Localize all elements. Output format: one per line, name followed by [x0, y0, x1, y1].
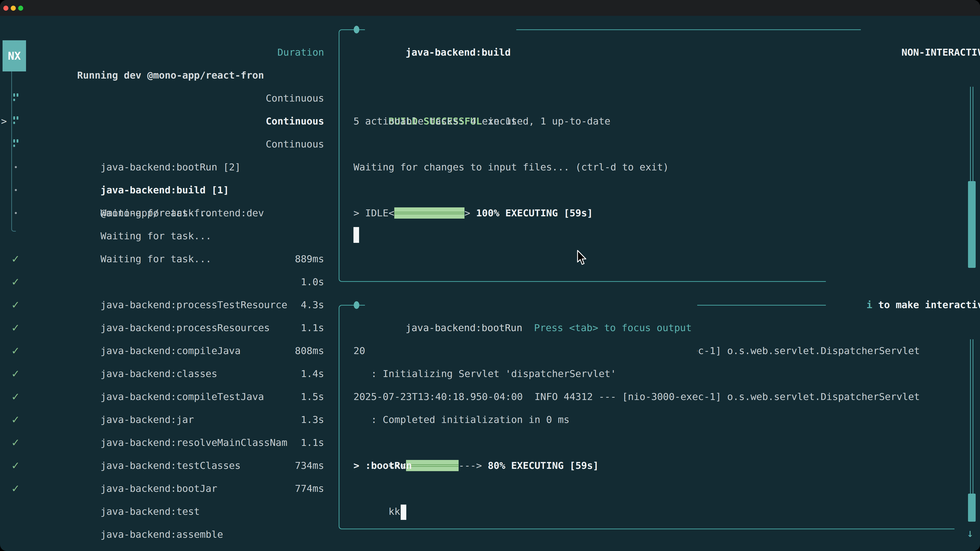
task-status: Continuous: [266, 133, 324, 156]
bootrun-input-line[interactable]: kk: [353, 477, 406, 546]
build-progress-line: <════════════> 100% EXECUTING [59s]: [353, 179, 593, 248]
build-panel-title: java-backend:build: [406, 47, 511, 58]
done-task-row[interactable]: ✓ java-backend:testClasses 1.3s: [0, 408, 324, 431]
spinner-icon: [13, 139, 20, 149]
progress-close: >: [465, 207, 470, 219]
done-task-duration: 1.1s: [301, 316, 324, 339]
task-status: Continuous: [266, 110, 324, 133]
checkmark-icon: ✓: [11, 431, 20, 454]
done-task-duration: 1.3s: [301, 408, 324, 431]
log-line: : Initializing Servlet 'dispatcherServle…: [353, 362, 616, 385]
close-window-icon[interactable]: [3, 6, 8, 11]
pending-dot-icon: [15, 212, 17, 214]
checkmark-icon: ✓: [11, 248, 20, 270]
done-task-duration: 774ms: [295, 477, 324, 500]
done-task-row[interactable]: ✓ java-backend:processTestResource 889ms: [0, 248, 324, 270]
task-status: Continuous: [266, 87, 324, 110]
bootrun-input-text: kk: [388, 506, 400, 517]
focus-output-hint: Press <tab> to focus output: [534, 322, 692, 333]
build-terminal-cursor: [353, 227, 359, 243]
pager: ← 1/2 →: [8, 546, 48, 551]
progress-tail: --->: [458, 460, 482, 471]
bootrun-terminal-cursor: [401, 505, 406, 520]
bootrun-panel-status-dot: [354, 301, 360, 309]
checkmark-icon: ✓: [11, 454, 20, 477]
checkmark-icon: ✓: [11, 293, 20, 316]
build-panel-mode-wrap: NON-INTERACTIVE: [861, 18, 980, 87]
task-row[interactable]: > java-backend:bootRun [2] Continuous: [0, 87, 324, 110]
pending-task-label: Waiting for task...: [59, 224, 212, 248]
terminal-background: NX Running dev @mono-app/react-fron Dura…: [0, 0, 980, 551]
window-titlebar[interactable]: [0, 0, 980, 16]
done-task-duration: 4.3s: [301, 293, 324, 316]
progress-bar-fill: ═════════: [406, 460, 458, 471]
build-tasks-summary: 5 actionable tasks: 4 executed, 1 up-to-…: [353, 110, 611, 133]
minimize-window-icon[interactable]: [11, 6, 16, 11]
bootrun-scroll-track[interactable]: [973, 316, 974, 520]
task-row[interactable]: > @mono-app/react-frontend:dev Continuou…: [0, 133, 324, 156]
non-interactive-badge: NON-INTERACTIVE: [901, 47, 980, 58]
done-task-duration: 1.5s: [301, 385, 324, 408]
bootrun-scroll-down-icon[interactable]: ↓: [967, 522, 974, 545]
checkmark-icon: ✓: [11, 270, 20, 293]
progress-label: 100% EXECUTING [59s]: [470, 207, 593, 219]
done-task-row[interactable]: ✓ java-backend:compileJava 4.3s: [0, 293, 324, 316]
done-task-row[interactable]: ✓ java-backend:jar 1.4s: [0, 362, 324, 385]
checkmark-icon: ✓: [11, 362, 20, 385]
interactive-hint-wrap: i to make interactive: [826, 270, 980, 339]
done-task-duration: 734ms: [295, 454, 324, 477]
log-line: 2025-07-23T13:40:18.950-04:00 INFO 44312…: [353, 385, 920, 408]
checkmark-icon: ✓: [11, 339, 20, 362]
zoom-window-icon[interactable]: [18, 6, 23, 11]
pending-dot-icon: [15, 166, 17, 168]
build-panel-title-wrap: java-backend:build: [365, 18, 516, 87]
bootrun-scroll-track[interactable]: [970, 316, 971, 520]
bootrun-prompt-line: > :bootRun: [353, 454, 412, 477]
done-task-label: java-backend:test: [59, 500, 200, 523]
build-idle-line: > IDLE: [353, 202, 388, 224]
done-task-row[interactable]: ✓ java-backend:processResources 1.0s: [0, 270, 324, 293]
done-task-row[interactable]: ✓ java-backend:resolveMainClassNam 1.5s: [0, 385, 324, 408]
checkmark-icon: ✓: [11, 316, 20, 339]
terminal-window: NX Running dev @mono-app/react-fron Dura…: [0, 0, 980, 551]
done-task-row[interactable]: ✓ java-backend:classes 1.1s: [0, 316, 324, 339]
task-row[interactable]: > java-backend:build [1] Continuous: [0, 110, 324, 133]
done-task-row[interactable]: ✓ java-backend:bootJar 1.1s: [0, 431, 324, 454]
log-line: : Completed initialization in 0 ms: [353, 408, 570, 431]
build-waiting-line: Waiting for changes to input files... (c…: [353, 156, 669, 179]
mouse-cursor-icon: [576, 250, 588, 266]
pending-task-row[interactable]: Waiting for task...: [0, 202, 324, 224]
selected-task-caret: >: [1, 110, 7, 133]
interactive-hint-key: i: [866, 299, 872, 310]
spinner-icon: [13, 116, 20, 127]
progress-bar-fill: ════════════: [394, 207, 465, 219]
done-task-row[interactable]: ✓ java-backend:test 734ms: [0, 454, 324, 477]
running-task-list: > java-backend:bootRun [2] Continuous > …: [0, 87, 324, 156]
bootrun-panel-title-wrap: java-backend:bootRun Press <tab> to focu…: [365, 293, 697, 362]
done-task-duration: 1.4s: [301, 362, 324, 385]
checkmark-icon: ✓: [11, 477, 20, 500]
interactive-hint-text: to make interactive: [872, 299, 980, 310]
done-task-duration: 1.1s: [301, 431, 324, 454]
pending-task-row[interactable]: Waiting for task...: [0, 156, 324, 179]
bootrun-panel-title: java-backend:bootRun: [406, 322, 522, 333]
checkmark-icon: ✓: [11, 385, 20, 408]
pending-dot-icon: [15, 189, 17, 191]
spinner-icon: [13, 94, 20, 103]
done-task-row[interactable]: ✓ java-backend:compileTestJava 808ms: [0, 339, 324, 362]
run-command-title: Running dev @mono-app/react-fron: [35, 64, 264, 87]
pending-task-row[interactable]: Waiting for task...: [0, 179, 324, 202]
bootrun-scroll-thumb[interactable]: [968, 494, 976, 522]
done-task-duration: 889ms: [295, 248, 324, 270]
done-task-list: ✓ java-backend:processTestResource 889ms…: [0, 248, 324, 500]
progress-label: 80% EXECUTING [59s]: [482, 460, 599, 471]
pending-task-list: Waiting for task... Waiting for task... …: [0, 156, 324, 224]
done-task-duration: 808ms: [295, 339, 324, 362]
sidebar-footer: ← 1/2 → quit: q help: ?: [0, 523, 324, 551]
build-panel-status-dot: [354, 26, 360, 33]
duration-column-header: Duration: [277, 41, 324, 64]
done-task-row[interactable]: ✓ java-backend:assemble 774ms: [0, 477, 324, 500]
build-scroll-thumb[interactable]: [968, 181, 976, 268]
checkmark-icon: ✓: [11, 408, 20, 431]
done-task-duration: 1.0s: [301, 270, 324, 293]
